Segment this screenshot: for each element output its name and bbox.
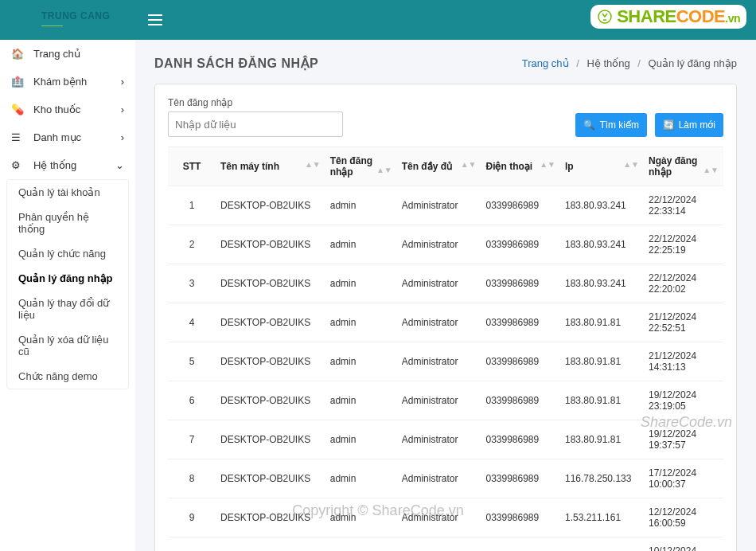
submenu-item[interactable]: Chức năng demo (7, 364, 128, 389)
hospital-icon: 🏥 (11, 76, 25, 88)
cell-date: 21/12/2024 14:31:13 (644, 342, 723, 381)
sort-icon: ▲▼ (376, 166, 392, 174)
breadcrumb-section: Hệ thống (586, 57, 629, 69)
content-panel: Tên đăng nhập 🔍 Tìm kiếm 🔄 Làm mới (154, 84, 737, 551)
cell-username: admin (325, 420, 397, 459)
cell-fullname: Administrator (397, 537, 481, 552)
table-row: 7DESKTOP-OB2UIKSadminAdministrator033998… (168, 420, 723, 459)
sidebar-item-home[interactable]: 🏠 Trang chủ (0, 40, 135, 68)
cell-fullname: Administrator (397, 225, 481, 264)
cell-ip: 183.80.93.241 (560, 264, 644, 303)
cell-username: admin (325, 537, 397, 552)
table-row: 8DESKTOP-OB2UIKSadminAdministrator033998… (168, 459, 723, 498)
submenu-item[interactable]: Phân quyền hệ thống (7, 205, 128, 241)
cell-computer: DESKTOP-OB2UIKS (216, 459, 325, 498)
cell-stt: 4 (168, 303, 216, 342)
table-row: 6DESKTOP-OB2UIKSadminAdministrator033998… (168, 381, 723, 420)
chevron-right-icon: › (121, 76, 124, 88)
cell-username: admin (325, 381, 397, 420)
hamburger-icon[interactable] (148, 14, 162, 25)
chevron-right-icon: › (121, 104, 124, 115)
watermark-top: SHARECODE.vn (590, 5, 746, 29)
breadcrumb: Trang chủ / Hệ thống / Quản lý đăng nhập (522, 57, 737, 69)
sidebar-item-label: Trang chủ (33, 48, 124, 60)
submenu-item[interactable]: Quản lý xóa dữ liệu cũ (7, 327, 128, 364)
table-row: 5DESKTOP-OB2UIKSadminAdministrator033998… (168, 342, 723, 381)
cell-computer: DESKTOP-OB2UIKS (216, 264, 325, 303)
sidebar-item-exam[interactable]: 🏥 Khám bệnh › (0, 68, 135, 96)
sidebar-item-pharmacy[interactable]: 💊 Kho thuốc › (0, 96, 135, 123)
chevron-right-icon: › (121, 131, 124, 143)
cell-fullname: Administrator (397, 264, 481, 303)
search-button-label: Tìm kiếm (599, 119, 639, 131)
breadcrumb-page: Quản lý đăng nhập (649, 57, 737, 69)
cell-ip: 183.80.93.241 (560, 225, 644, 264)
col-computer[interactable]: Tên máy tính▲▼ (216, 147, 325, 186)
cell-ip: 183.80.93.241 (560, 186, 644, 225)
data-table: STT Tên máy tính▲▼ Tên đăng nhập▲▼ Tên đ… (168, 147, 723, 551)
search-icon: 🔍 (583, 119, 595, 131)
main-content: DANH SÁCH ĐĂNG NHẬP Trang chủ / Hệ thống… (135, 40, 756, 551)
cell-date: 10/12/2024 10:44:56 (644, 537, 723, 552)
refresh-icon: 🔄 (663, 119, 675, 131)
username-input[interactable] (168, 111, 343, 137)
logo-icon (13, 10, 37, 30)
cell-stt: 7 (168, 420, 216, 459)
col-fullname[interactable]: Tên đầy đủ▲▼ (397, 147, 481, 186)
col-phone[interactable]: Điện thoại▲▼ (481, 147, 560, 186)
submenu-item[interactable]: Quản lý đăng nhập (7, 266, 128, 291)
sort-icon: ▲▼ (623, 161, 639, 169)
home-icon: 🏠 (11, 48, 25, 60)
cell-fullname: Administrator (397, 420, 481, 459)
cell-date: 19/12/2024 19:37:57 (644, 420, 723, 459)
cell-stt: 1 (168, 186, 216, 225)
submenu-item[interactable]: Quản lý chức năng (7, 241, 128, 266)
breadcrumb-home[interactable]: Trang chủ (522, 57, 569, 69)
cell-username: admin (325, 459, 397, 498)
cell-username: admin (325, 498, 397, 537)
cell-date: 22/12/2024 22:20:02 (644, 264, 723, 303)
cell-date: 22/12/2024 22:25:19 (644, 225, 723, 264)
cell-ip: 1.53.211.161 (560, 498, 644, 537)
cell-phone: 0339986989 (481, 264, 560, 303)
gear-icon: ⚙ (11, 159, 25, 171)
brand-line1: TRUNG CANG (41, 11, 110, 21)
cell-phone: 0339986989 (481, 225, 560, 264)
sort-icon: ▲▼ (461, 161, 477, 169)
submenu-item[interactable]: Quản lý tài khoản (7, 180, 128, 205)
cell-stt: 2 (168, 225, 216, 264)
cell-computer: DESKTOP-OB2UIKS (216, 303, 325, 342)
cell-date: 19/12/2024 23:19:05 (644, 381, 723, 420)
sort-icon: ▲▼ (703, 166, 719, 174)
cell-fullname: Administrator (397, 303, 481, 342)
action-buttons: 🔍 Tìm kiếm 🔄 Làm mới (575, 113, 723, 137)
cell-phone: 0339986989 (481, 186, 560, 225)
cell-fullname: Administrator (397, 186, 481, 225)
col-ip[interactable]: Ip▲▼ (560, 147, 644, 186)
sidebar-item-catalog[interactable]: ☰ Danh mục › (0, 123, 135, 151)
cell-phone: 0339986989 (481, 303, 560, 342)
sidebar-item-system[interactable]: ⚙ Hệ thống ⌄ (0, 151, 135, 179)
top-bar: TRUNG CANG ——— SHARECODE.vn (0, 0, 756, 40)
cell-fullname: Administrator (397, 459, 481, 498)
cell-ip: 183.80.91.81 (560, 342, 644, 381)
cell-phone: 0339986989 (481, 342, 560, 381)
table-row: 4DESKTOP-OB2UIKSadminAdministrator033998… (168, 303, 723, 342)
cell-phone: 0339986989 (481, 381, 560, 420)
refresh-button[interactable]: 🔄 Làm mới (655, 113, 723, 137)
cell-phone: 0339986989 (481, 498, 560, 537)
col-date[interactable]: Ngày đăng nhập▲▼ (644, 147, 723, 186)
submenu-item[interactable]: Quản lý thay đổi dữ liệu (7, 291, 128, 327)
cell-username: admin (325, 342, 397, 381)
table-row: 2DESKTOP-OB2UIKSadminAdministrator033998… (168, 225, 723, 264)
cell-computer: DESKTOP-OB2UIKS (216, 342, 325, 381)
brand-line2: ——— (41, 22, 110, 29)
cell-username: admin (325, 264, 397, 303)
cell-fullname: Administrator (397, 342, 481, 381)
col-username[interactable]: Tên đăng nhập▲▼ (325, 147, 397, 186)
col-stt[interactable]: STT (168, 147, 216, 186)
cell-phone: 0339986989 (481, 459, 560, 498)
cell-computer: DESKTOP-OB2UIKS (216, 537, 325, 552)
pill-icon: 💊 (11, 104, 25, 115)
search-button[interactable]: 🔍 Tìm kiếm (575, 113, 647, 137)
